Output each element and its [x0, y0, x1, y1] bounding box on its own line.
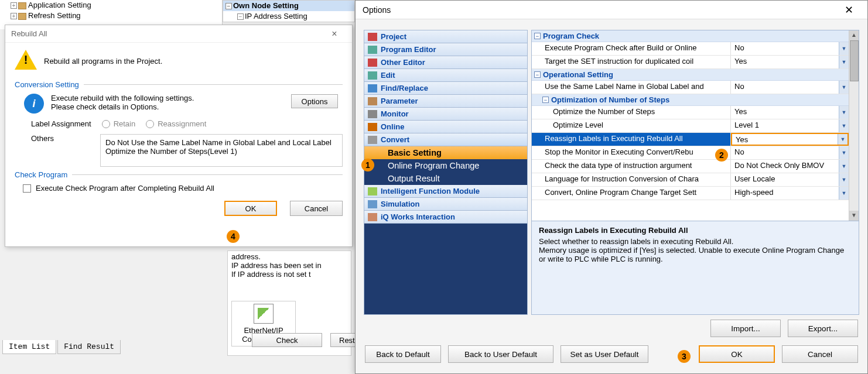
cat-intelligent-function[interactable]: Intelligent Function Module: [364, 185, 527, 198]
export-button[interactable]: Export...: [788, 320, 858, 337]
prop-target-set-instruction[interactable]: Target the SET instruction for duplicate…: [532, 56, 849, 69]
project-icon: [368, 33, 377, 41]
rebuild-warning-text: Rebuild all programs in the Project.: [44, 57, 162, 66]
others-textbox: Do Not Use the Same Label Name in Global…: [100, 134, 343, 167]
prop-execute-program-check[interactable]: Execute Program Check after Build or Onl…: [532, 42, 849, 56]
retain-radio[interactable]: Retain: [102, 119, 136, 128]
options-button[interactable]: Options: [291, 94, 338, 108]
check-button[interactable]: Check: [252, 333, 322, 347]
others-label: Others: [31, 134, 90, 143]
back-to-user-default-button[interactable]: Back to User Default: [448, 345, 553, 363]
program-editor-icon: [368, 46, 377, 54]
tree-own-node[interactable]: −Own Node Setting: [223, 1, 354, 11]
group-program-check[interactable]: −Program Check: [532, 30, 849, 42]
parameter-icon: [368, 97, 377, 105]
cat-convert-online-change[interactable]: Online Program Change: [364, 159, 527, 172]
prop-optimize-steps[interactable]: Optimize the Number of StepsYes▼: [532, 106, 849, 119]
options-ok-button[interactable]: OK: [699, 345, 775, 363]
iq-works-icon: [368, 213, 377, 221]
edit-icon: [368, 71, 377, 80]
chevron-down-icon[interactable]: ▼: [838, 134, 848, 145]
cat-convert[interactable]: Convert: [364, 133, 527, 146]
help-title: Reassign Labels in Executing Rebuild All: [539, 226, 852, 235]
import-button[interactable]: Import...: [710, 320, 781, 337]
set-as-user-default-button[interactable]: Set as User Default: [561, 345, 648, 363]
prop-same-label-name[interactable]: Use the Same Label Name in Global Label …: [532, 81, 849, 94]
reassignment-radio[interactable]: Reassignment: [146, 119, 206, 128]
online-icon: [368, 123, 377, 131]
rebuild-title: Rebuild All: [11, 25, 47, 42]
chevron-down-icon[interactable]: ▼: [839, 42, 849, 55]
options-category-tree: Project Program Editor Other Editor Edit…: [364, 30, 528, 315]
callout-3: 3: [678, 350, 691, 363]
ifm-icon: [368, 187, 377, 195]
tree-ip-address[interactable]: −IP Address Setting: [223, 11, 354, 22]
options-cancel-button[interactable]: Cancel: [782, 345, 858, 363]
tab-item-list[interactable]: Item List: [2, 340, 56, 354]
label-assignment-label: Label Assignment: [31, 119, 91, 128]
chevron-down-icon[interactable]: ▼: [839, 160, 849, 173]
prop-stop-monitor[interactable]: Stop the Monitor in Executing Convert/Re…: [532, 146, 849, 160]
chevron-down-icon[interactable]: ▼: [839, 119, 849, 132]
rebuild-all-dialog: Rebuild All × Rebuild all programs in th…: [5, 25, 353, 247]
scroll-down-icon[interactable]: ▼: [849, 211, 859, 221]
callout-2: 2: [715, 149, 728, 162]
scroll-thumb[interactable]: [850, 40, 859, 81]
options-property-grid: ▲ ▼ −Program Check Execute Program Check…: [531, 30, 859, 315]
chevron-down-icon[interactable]: ▼: [839, 173, 849, 186]
group-operational-setting[interactable]: −Operational Setting: [532, 69, 849, 81]
cat-find-replace[interactable]: Find/Replace: [364, 82, 527, 95]
grid-scrollbar[interactable]: ▲ ▼: [849, 30, 859, 221]
cat-online[interactable]: Online: [364, 121, 527, 133]
options-dialog: Options ✕ Project Program Editor Other E…: [355, 0, 868, 374]
tree-item-refresh-setting[interactable]: +Refresh Setting: [0, 11, 222, 21]
options-title: Options: [363, 1, 391, 19]
tab-find-result[interactable]: Find Result: [57, 340, 121, 354]
prop-reassign-labels[interactable]: Reassign Labels in Executing Rebuild All…: [532, 133, 849, 146]
simulation-icon: [368, 200, 377, 208]
rebuild-cancel-button[interactable]: Cancel: [290, 201, 343, 216]
cat-convert-output-result[interactable]: Output Result: [364, 172, 527, 185]
help-body: Select whether to reassign labels in exe…: [539, 237, 852, 263]
chevron-down-icon[interactable]: ▼: [839, 81, 849, 94]
group-optimization-steps[interactable]: −Optimization of Number of Steps: [532, 94, 849, 106]
prop-convert-target[interactable]: Convert, Online Program Change Target Se…: [532, 187, 849, 200]
other-editor-icon: [368, 59, 377, 67]
bottom-tabs: Item List Find Result: [2, 340, 121, 354]
find-icon: [368, 84, 377, 92]
scroll-up-icon[interactable]: ▲: [849, 30, 859, 40]
node-setting-tree: −Own Node Setting −IP Address Setting: [223, 0, 355, 22]
cat-program-editor[interactable]: Program Editor: [364, 43, 527, 56]
prop-check-data-type[interactable]: Check the data type of instruction argum…: [532, 160, 849, 173]
cat-iq-works[interactable]: iQ Works Interaction: [364, 211, 527, 224]
prop-language-instruction[interactable]: Language for Instruction Conversion of C…: [532, 173, 849, 187]
cat-convert-basic[interactable]: Basic Setting: [364, 146, 527, 159]
info-icon: i: [24, 94, 44, 114]
chevron-down-icon[interactable]: ▼: [839, 56, 849, 68]
callout-4: 4: [227, 230, 240, 243]
tree-item-app-setting[interactable]: +Application Setting: [0, 0, 222, 11]
section-conversion-setting: Conversion Setting: [15, 80, 343, 89]
back-to-default-button[interactable]: Back to Default: [365, 345, 441, 363]
execute-check-label: Execute Check Program after Completing R…: [36, 184, 214, 193]
cat-simulation[interactable]: Simulation: [364, 198, 527, 211]
cat-parameter[interactable]: Parameter: [364, 95, 527, 108]
cat-other-editor[interactable]: Other Editor: [364, 56, 527, 69]
close-icon[interactable]: ×: [323, 25, 346, 42]
chevron-down-icon[interactable]: ▼: [839, 106, 849, 119]
rebuild-info-text: Execute rebuild with the following setti…: [51, 94, 194, 111]
chevron-down-icon[interactable]: ▼: [839, 187, 849, 200]
options-close-icon[interactable]: ✕: [837, 1, 860, 19]
execute-check-checkbox[interactable]: [23, 184, 31, 193]
pencil-icon: [254, 304, 274, 324]
property-help-box: Reassign Labels in Executing Rebuild All…: [532, 221, 859, 314]
chevron-down-icon[interactable]: ▼: [839, 146, 849, 159]
rebuild-ok-button[interactable]: OK: [224, 201, 277, 216]
warning-icon: [15, 50, 37, 72]
cat-edit[interactable]: Edit: [364, 69, 527, 82]
cat-monitor[interactable]: Monitor: [364, 108, 527, 121]
cat-project[interactable]: Project: [364, 30, 527, 43]
prop-optimize-level[interactable]: Optimize LevelLevel 1▼: [532, 119, 849, 133]
monitor-icon: [368, 110, 377, 118]
callout-1: 1: [361, 159, 374, 171]
